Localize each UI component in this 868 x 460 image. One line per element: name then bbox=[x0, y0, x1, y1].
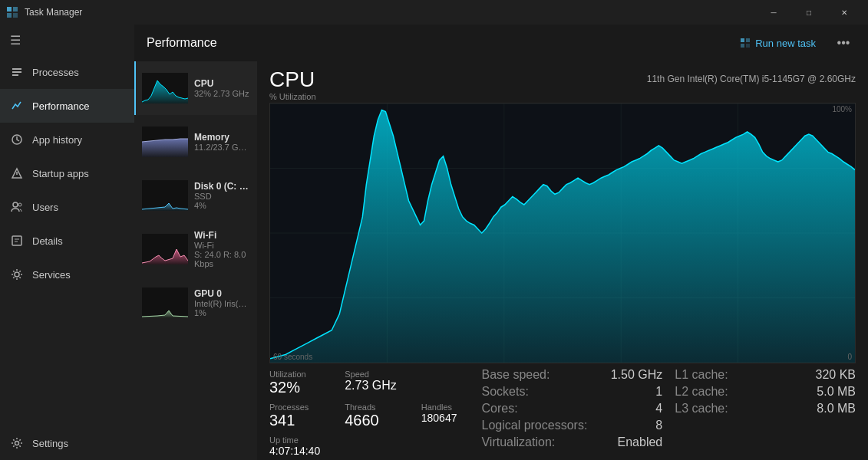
run-new-task-button[interactable]: Run new task bbox=[731, 33, 825, 54]
sidebar-menu-button[interactable]: ☰ bbox=[0, 25, 31, 55]
svg-point-11 bbox=[18, 203, 21, 206]
gpu-thumbnail bbox=[142, 288, 188, 318]
memory-thumbnail bbox=[142, 127, 188, 157]
gpu-sub: Intel(R) Iris(R) Xe Gra... bbox=[194, 299, 251, 308]
l1-key: L1 cache: bbox=[675, 368, 728, 382]
startup-icon bbox=[9, 166, 25, 181]
close-button[interactable]: ✕ bbox=[827, 0, 862, 25]
processes-icon bbox=[9, 64, 25, 80]
svg-rect-20 bbox=[746, 44, 750, 48]
sidebar-item-users[interactable]: Users bbox=[0, 190, 134, 224]
gpu-info: GPU 0 Intel(R) Iris(R) Xe Gra... 1% bbox=[194, 288, 251, 317]
utilization-label: % Utilization bbox=[269, 92, 856, 101]
cpu-info-grid: Base speed: 1.50 GHz Sockets: 1 Cores: 4 bbox=[463, 366, 856, 451]
base-speed-val: 1.50 GHz bbox=[611, 368, 663, 382]
l1-val: 320 KB bbox=[816, 368, 856, 382]
handles-stat-label: Handles bbox=[421, 402, 457, 412]
device-item-memory[interactable]: Memory 11.2/23.7 GB (47%) bbox=[134, 115, 257, 169]
more-options-button[interactable]: ••• bbox=[831, 31, 856, 55]
cpu-name: CPU bbox=[194, 78, 251, 89]
l2-val: 5.0 MB bbox=[817, 385, 856, 399]
svg-point-10 bbox=[13, 202, 18, 207]
gpu-name: GPU 0 bbox=[194, 288, 251, 299]
app-history-label: App history bbox=[32, 134, 82, 146]
performance-label: Performance bbox=[32, 100, 89, 112]
svg-point-15 bbox=[15, 272, 19, 277]
svg-rect-0 bbox=[7, 7, 12, 12]
utilization-stat-label: Utilization bbox=[269, 370, 320, 379]
app-history-icon bbox=[9, 132, 25, 147]
sidebar-bottom: Settings bbox=[0, 426, 134, 460]
uptime-stat-value: 4:07:14:40 bbox=[269, 445, 320, 457]
device-list: CPU 32% 2.73 GHz Memory bbox=[134, 61, 257, 460]
sidebar-item-details[interactable]: Details bbox=[0, 224, 134, 258]
wifi-name: Wi-Fi bbox=[194, 230, 251, 241]
cores-row: Cores: 4 bbox=[481, 400, 662, 417]
cpu-header: CPU 11th Gen Intel(R) Core(TM) i5-1145G7… bbox=[269, 61, 856, 92]
content-area: Performance Run new task ••• bbox=[134, 25, 868, 460]
l2-key: L2 cache: bbox=[675, 385, 728, 399]
svg-rect-3 bbox=[13, 13, 18, 18]
cpu-chart: 100% 0 60 seconds bbox=[269, 103, 856, 363]
device-item-gpu[interactable]: GPU 0 Intel(R) Iris(R) Xe Gra... 1% bbox=[134, 276, 257, 330]
virtualization-row: Virtualization: Enabled bbox=[481, 434, 662, 451]
sockets-val: 1 bbox=[655, 385, 662, 399]
l3-cache-row: L3 cache: 8.0 MB bbox=[675, 400, 856, 417]
disk-sub: SSD bbox=[194, 192, 251, 201]
sidebar-item-performance[interactable]: Performance bbox=[0, 89, 134, 123]
header-actions: Run new task ••• bbox=[731, 31, 856, 55]
startup-label: Startup apps bbox=[32, 168, 89, 179]
processes-label: Processes bbox=[32, 67, 79, 78]
disk-info: Disk 0 (C: D:) SSD 4% bbox=[194, 181, 251, 210]
disk-name: Disk 0 (C: D:) bbox=[194, 181, 251, 192]
wifi-info: Wi-Fi Wi-Fi S: 24.0 R: 8.0 Kbps bbox=[194, 230, 251, 268]
app-icon bbox=[6, 6, 18, 18]
wifi-sub: Wi-Fi bbox=[194, 241, 251, 250]
services-label: Services bbox=[32, 269, 71, 281]
memory-sub: 11.2/23.7 GB (47%) bbox=[194, 143, 251, 152]
processes-stat: Processes 341 bbox=[269, 399, 326, 432]
maximize-button[interactable]: □ bbox=[791, 0, 827, 25]
svg-rect-19 bbox=[741, 44, 744, 48]
uptime-stat-label: Up time bbox=[269, 435, 320, 445]
wifi-thumbnail bbox=[142, 234, 188, 264]
device-item-disk[interactable]: Disk 0 (C: D:) SSD 4% bbox=[134, 169, 257, 222]
settings-icon bbox=[9, 435, 25, 451]
handles-stat-value: 180647 bbox=[421, 412, 457, 424]
sidebar-item-app-history[interactable]: App history bbox=[0, 123, 134, 156]
utilization-stat: Utilization 32% bbox=[269, 366, 326, 399]
threads-stat-value: 4660 bbox=[345, 412, 397, 429]
sidebar-item-startup-apps[interactable]: Startup apps bbox=[0, 156, 134, 190]
svg-marker-21 bbox=[142, 80, 188, 104]
minimize-button[interactable]: ─ bbox=[756, 0, 791, 25]
sidebar-item-services[interactable]: Services bbox=[0, 258, 134, 291]
cores-key: Cores: bbox=[481, 402, 517, 416]
svg-rect-12 bbox=[12, 236, 21, 245]
device-item-wifi[interactable]: Wi-Fi Wi-Fi S: 24.0 R: 8.0 Kbps bbox=[134, 222, 257, 276]
title-bar: Task Manager ─ □ ✕ bbox=[0, 0, 868, 25]
speed-stat-label: Speed bbox=[345, 370, 397, 379]
sockets-key: Sockets: bbox=[481, 385, 528, 399]
run-task-icon bbox=[740, 38, 751, 48]
logical-processors-row: Logical processors: 8 bbox=[481, 417, 662, 434]
details-label: Details bbox=[32, 235, 63, 247]
threads-stat-label: Threads bbox=[345, 402, 397, 412]
page-title: Performance bbox=[147, 36, 217, 50]
base-speed-row: Base speed: 1.50 GHz bbox=[481, 366, 662, 383]
uptime-stat: Up time 4:07:14:40 bbox=[269, 432, 326, 460]
performance-content: CPU 32% 2.73 GHz Memory bbox=[134, 61, 868, 460]
sidebar-item-settings[interactable]: Settings bbox=[0, 426, 134, 460]
disk-thumbnail bbox=[142, 180, 188, 211]
virt-key: Virtualization: bbox=[481, 435, 555, 449]
services-icon bbox=[9, 267, 25, 282]
cpu-left-stats: Utilization 32% Speed 2.73 GHz Processes… bbox=[269, 366, 463, 460]
l3-key: L3 cache: bbox=[675, 402, 728, 416]
window-controls: ─ □ ✕ bbox=[756, 0, 862, 25]
more-icon: ••• bbox=[837, 36, 850, 50]
logical-key: Logical processors: bbox=[481, 419, 587, 432]
l2-cache-row: L2 cache: 5.0 MB bbox=[675, 383, 856, 400]
device-item-cpu[interactable]: CPU 32% 2.73 GHz bbox=[134, 61, 257, 115]
content-header: Performance Run new task ••• bbox=[134, 25, 868, 61]
sidebar-item-processes[interactable]: Processes bbox=[0, 55, 134, 89]
cpu-chart-svg bbox=[270, 104, 855, 363]
